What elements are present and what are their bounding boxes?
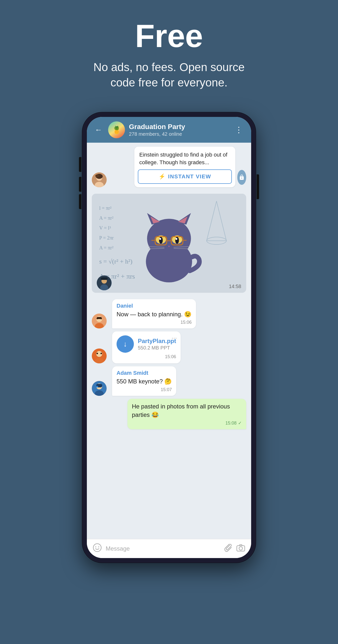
adam-message-bubble: Adam Smidt 550 MB keynote? 🤔 15:07 xyxy=(112,366,176,396)
instant-view-label: INSTANT VIEW xyxy=(168,174,211,180)
hero-subtitle: No ads, no fees. Open sourcecode free fo… xyxy=(93,60,245,90)
svg-marker-9 xyxy=(207,201,226,241)
chat-body: Einstein struggled to find a job out of … xyxy=(87,143,251,539)
message-input[interactable]: Message xyxy=(106,545,221,552)
cat-sticker xyxy=(134,206,204,280)
svg-point-43 xyxy=(100,353,102,354)
article-text: Einstein struggled to find a job out of … xyxy=(134,147,235,170)
file-row: ↓ PartyPlan.ppt 550.2 MB PPT xyxy=(117,336,176,353)
file-menu-button[interactable]: ⋯ xyxy=(171,335,177,341)
file-size: 550.2 MB PPT xyxy=(138,345,176,351)
header-menu-button[interactable]: ⋮ xyxy=(233,124,245,136)
group-avatar: 🍍 xyxy=(108,121,125,138)
svg-point-49 xyxy=(93,544,101,552)
svg-rect-48 xyxy=(96,386,98,388)
back-button[interactable]: ← xyxy=(93,124,104,135)
message-row-daniel: Daniel Now — back to planning. 😉 15:06 xyxy=(92,299,246,329)
group-avatar-image: 🍍 xyxy=(108,121,125,138)
emoji-button[interactable] xyxy=(93,543,102,554)
svg-point-20 xyxy=(175,237,179,244)
sticker-time: 14:58 xyxy=(229,284,241,289)
sender-avatar-female xyxy=(92,172,107,187)
svg-rect-38 xyxy=(97,317,102,319)
svg-rect-8 xyxy=(101,278,108,280)
file-sender-avatar xyxy=(92,348,107,363)
article-message: Einstein struggled to find a job out of … xyxy=(134,147,235,187)
svg-point-53 xyxy=(239,547,243,550)
article-message-row: Einstein struggled to find a job out of … xyxy=(92,147,246,187)
avatar-image xyxy=(92,172,107,187)
instant-view-button[interactable]: ⚡ INSTANT VIEW xyxy=(138,170,232,184)
file-sender-avatar-image xyxy=(92,348,107,363)
message-row-adam: Adam Smidt 550 MB keynote? 🤔 15:07 xyxy=(92,366,246,396)
daniel-avatar xyxy=(92,314,107,328)
outgoing-message-text: He pasted in photos from all previous pa… xyxy=(132,402,242,419)
file-message-row: ⋯ ↓ PartyPlan.ppt 550.2 MB PPT 15:06 xyxy=(92,332,246,363)
share-button[interactable] xyxy=(237,170,246,185)
hero-section: Free No ads, no fees. Open sourcecode fr… xyxy=(83,0,254,105)
daniel-message-time: 15:06 xyxy=(180,320,192,325)
svg-point-51 xyxy=(98,546,99,548)
phone-screen: ← 🍍 Graduation Party 278 members, 42 onl… xyxy=(87,117,251,558)
group-info: Graduation Party 278 members, 42 online xyxy=(129,123,229,137)
outgoing-message-time: 15:08 xyxy=(225,420,237,426)
phone-outer: ← 🍍 Graduation Party 278 members, 42 onl… xyxy=(82,112,256,562)
sticker-avatar-image xyxy=(97,276,112,290)
sticker-area: l = πr² A = πr² V = l³ P = 2πr A = πr² s… xyxy=(92,194,246,293)
svg-point-12 xyxy=(147,219,191,258)
group-name: Graduation Party xyxy=(129,123,229,131)
attach-button[interactable] xyxy=(224,544,232,554)
adam-message-text: 550 MB keynote? 🤔 xyxy=(117,377,172,386)
check-mark-icon: ✓ xyxy=(238,420,242,426)
group-members: 278 members, 42 online xyxy=(129,131,229,137)
file-message-bubble: ⋯ ↓ PartyPlan.ppt 550.2 MB PPT 15:06 xyxy=(112,332,181,363)
adam-avatar xyxy=(92,381,107,396)
daniel-message-text: Now — back to planning. 😉 xyxy=(117,310,192,318)
file-message-time: 15:06 xyxy=(165,354,176,360)
file-download-button[interactable]: ↓ xyxy=(117,336,134,353)
outgoing-message-bubble: He pasted in photos from all previous pa… xyxy=(127,399,246,429)
svg-point-19 xyxy=(159,237,163,244)
adam-message-time: 15:07 xyxy=(161,387,172,392)
chat-header: ← 🍍 Graduation Party 278 members, 42 onl… xyxy=(87,117,251,143)
file-name: PartyPlan.ppt xyxy=(138,338,176,344)
hero-title: Free xyxy=(93,20,245,52)
svg-point-22 xyxy=(175,238,177,240)
svg-point-42 xyxy=(96,353,98,354)
svg-point-21 xyxy=(159,238,161,240)
adam-sender-name: Adam Smidt xyxy=(117,370,172,376)
svg-point-50 xyxy=(95,546,96,548)
camera-button[interactable] xyxy=(236,544,245,554)
adam-avatar-image xyxy=(92,381,107,396)
daniel-message-bubble: Daniel Now — back to planning. 😉 15:06 xyxy=(112,299,196,329)
file-info: PartyPlan.ppt 550.2 MB PPT xyxy=(138,338,176,351)
input-bar: Message xyxy=(87,539,251,558)
svg-point-4 xyxy=(95,174,99,177)
phone-mockup: ← 🍍 Graduation Party 278 members, 42 onl… xyxy=(82,112,256,562)
sticker-sender-avatar xyxy=(97,276,112,290)
bolt-icon: ⚡ xyxy=(159,174,166,180)
daniel-avatar-image xyxy=(92,314,107,328)
outgoing-message-row: He pasted in photos from all previous pa… xyxy=(92,399,246,429)
daniel-sender-name: Daniel xyxy=(117,303,192,309)
